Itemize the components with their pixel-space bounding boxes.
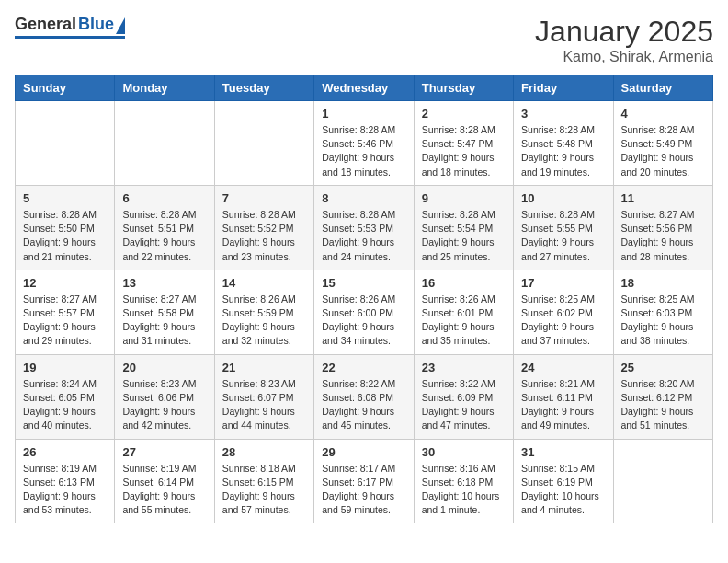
day-info: Sunrise: 8:28 AMSunset: 5:48 PMDaylight:… bbox=[521, 123, 605, 179]
day-number: 11 bbox=[621, 191, 705, 205]
logo-blue-text: Blue bbox=[78, 15, 114, 34]
day-info: Sunrise: 8:28 AMSunset: 5:47 PMDaylight:… bbox=[422, 123, 506, 179]
day-info: Sunrise: 8:22 AMSunset: 6:09 PMDaylight:… bbox=[422, 377, 506, 433]
table-row: 9Sunrise: 8:28 AMSunset: 5:54 PMDaylight… bbox=[414, 185, 513, 270]
day-info: Sunrise: 8:25 AMSunset: 6:03 PMDaylight:… bbox=[621, 293, 705, 349]
day-info: Sunrise: 8:17 AMSunset: 6:17 PMDaylight:… bbox=[322, 462, 405, 518]
day-info: Sunrise: 8:19 AMSunset: 6:13 PMDaylight:… bbox=[23, 462, 107, 518]
calendar-week-row: 1Sunrise: 8:28 AMSunset: 5:46 PMDaylight… bbox=[16, 101, 713, 186]
day-number: 16 bbox=[422, 276, 506, 290]
day-number: 22 bbox=[322, 361, 405, 374]
table-row: 31Sunrise: 8:15 AMSunset: 6:19 PMDayligh… bbox=[514, 439, 613, 523]
logo: General Blue bbox=[15, 15, 125, 39]
table-row: 2Sunrise: 8:28 AMSunset: 5:47 PMDaylight… bbox=[414, 101, 513, 186]
table-row: 8Sunrise: 8:28 AMSunset: 5:53 PMDaylight… bbox=[314, 185, 414, 270]
day-number: 12 bbox=[23, 276, 107, 290]
day-number: 20 bbox=[122, 361, 206, 374]
day-info: Sunrise: 8:15 AMSunset: 6:19 PMDaylight:… bbox=[521, 462, 605, 518]
day-info: Sunrise: 8:22 AMSunset: 6:08 PMDaylight:… bbox=[322, 377, 405, 433]
day-number: 18 bbox=[621, 276, 705, 290]
day-number: 25 bbox=[621, 361, 705, 374]
calendar-week-row: 5Sunrise: 8:28 AMSunset: 5:50 PMDaylight… bbox=[16, 185, 713, 270]
table-row: 19Sunrise: 8:24 AMSunset: 6:05 PMDayligh… bbox=[16, 354, 115, 439]
day-info: Sunrise: 8:27 AMSunset: 5:57 PMDaylight:… bbox=[23, 293, 107, 349]
table-row: 5Sunrise: 8:28 AMSunset: 5:50 PMDaylight… bbox=[16, 185, 115, 270]
table-row bbox=[214, 101, 313, 186]
day-number: 10 bbox=[521, 191, 605, 205]
table-row: 15Sunrise: 8:26 AMSunset: 6:00 PMDayligh… bbox=[314, 270, 414, 354]
table-row bbox=[115, 101, 214, 186]
table-row: 3Sunrise: 8:28 AMSunset: 5:48 PMDaylight… bbox=[514, 101, 613, 186]
day-number: 2 bbox=[422, 107, 506, 121]
day-number: 8 bbox=[322, 191, 405, 205]
day-info: Sunrise: 8:27 AMSunset: 5:56 PMDaylight:… bbox=[621, 208, 705, 264]
weekday-header-row: Sunday Monday Tuesday Wednesday Thursday… bbox=[16, 75, 713, 101]
table-row: 7Sunrise: 8:28 AMSunset: 5:52 PMDaylight… bbox=[214, 185, 313, 270]
day-number: 13 bbox=[122, 276, 206, 290]
day-info: Sunrise: 8:26 AMSunset: 6:00 PMDaylight:… bbox=[322, 293, 405, 349]
table-row: 22Sunrise: 8:22 AMSunset: 6:08 PMDayligh… bbox=[314, 354, 414, 439]
day-number: 9 bbox=[422, 191, 506, 205]
table-row: 20Sunrise: 8:23 AMSunset: 6:06 PMDayligh… bbox=[115, 354, 214, 439]
table-row: 13Sunrise: 8:27 AMSunset: 5:58 PMDayligh… bbox=[115, 270, 214, 354]
day-number: 27 bbox=[122, 445, 206, 459]
day-info: Sunrise: 8:20 AMSunset: 6:12 PMDaylight:… bbox=[621, 377, 705, 433]
table-row: 30Sunrise: 8:16 AMSunset: 6:18 PMDayligh… bbox=[414, 439, 513, 523]
day-info: Sunrise: 8:25 AMSunset: 6:02 PMDaylight:… bbox=[521, 293, 605, 349]
title-section: January 2025 Kamo, Shirak, Armenia bbox=[535, 15, 713, 65]
table-row: 27Sunrise: 8:19 AMSunset: 6:14 PMDayligh… bbox=[115, 439, 214, 523]
day-info: Sunrise: 8:28 AMSunset: 5:49 PMDaylight:… bbox=[621, 123, 705, 179]
day-number: 17 bbox=[521, 276, 605, 290]
day-number: 30 bbox=[422, 445, 506, 459]
day-number: 4 bbox=[621, 107, 705, 121]
calendar-table: Sunday Monday Tuesday Wednesday Thursday… bbox=[15, 75, 713, 523]
logo-general-text: General bbox=[15, 15, 76, 34]
table-row: 4Sunrise: 8:28 AMSunset: 5:49 PMDaylight… bbox=[613, 101, 712, 186]
calendar-title: January 2025 bbox=[535, 15, 713, 49]
table-row: 6Sunrise: 8:28 AMSunset: 5:51 PMDaylight… bbox=[115, 185, 214, 270]
day-info: Sunrise: 8:28 AMSunset: 5:51 PMDaylight:… bbox=[122, 208, 206, 264]
day-info: Sunrise: 8:23 AMSunset: 6:06 PMDaylight:… bbox=[122, 377, 206, 433]
calendar-subtitle: Kamo, Shirak, Armenia bbox=[535, 49, 713, 65]
day-info: Sunrise: 8:24 AMSunset: 6:05 PMDaylight:… bbox=[23, 377, 107, 433]
day-number: 1 bbox=[322, 107, 405, 121]
table-row: 10Sunrise: 8:28 AMSunset: 5:55 PMDayligh… bbox=[514, 185, 613, 270]
header-saturday: Saturday bbox=[613, 75, 712, 101]
calendar-week-row: 26Sunrise: 8:19 AMSunset: 6:13 PMDayligh… bbox=[16, 439, 713, 523]
day-number: 19 bbox=[23, 361, 107, 374]
calendar-week-row: 12Sunrise: 8:27 AMSunset: 5:57 PMDayligh… bbox=[16, 270, 713, 354]
day-info: Sunrise: 8:19 AMSunset: 6:14 PMDaylight:… bbox=[122, 462, 206, 518]
day-info: Sunrise: 8:21 AMSunset: 6:11 PMDaylight:… bbox=[521, 377, 605, 433]
table-row: 21Sunrise: 8:23 AMSunset: 6:07 PMDayligh… bbox=[214, 354, 313, 439]
header-friday: Friday bbox=[514, 75, 613, 101]
header-thursday: Thursday bbox=[414, 75, 513, 101]
header-sunday: Sunday bbox=[16, 75, 115, 101]
day-number: 7 bbox=[222, 191, 306, 205]
day-info: Sunrise: 8:28 AMSunset: 5:46 PMDaylight:… bbox=[322, 123, 405, 179]
header-wednesday: Wednesday bbox=[314, 75, 414, 101]
table-row: 24Sunrise: 8:21 AMSunset: 6:11 PMDayligh… bbox=[514, 354, 613, 439]
table-row: 18Sunrise: 8:25 AMSunset: 6:03 PMDayligh… bbox=[613, 270, 712, 354]
day-info: Sunrise: 8:26 AMSunset: 6:01 PMDaylight:… bbox=[422, 293, 506, 349]
logo-triangle-icon bbox=[116, 17, 125, 34]
day-number: 28 bbox=[222, 445, 306, 459]
day-info: Sunrise: 8:23 AMSunset: 6:07 PMDaylight:… bbox=[222, 377, 306, 433]
day-number: 6 bbox=[122, 191, 206, 205]
table-row: 28Sunrise: 8:18 AMSunset: 6:15 PMDayligh… bbox=[214, 439, 313, 523]
table-row: 23Sunrise: 8:22 AMSunset: 6:09 PMDayligh… bbox=[414, 354, 513, 439]
table-row: 1Sunrise: 8:28 AMSunset: 5:46 PMDaylight… bbox=[314, 101, 414, 186]
page-header: General Blue January 2025 Kamo, Shirak, … bbox=[15, 15, 713, 65]
day-info: Sunrise: 8:28 AMSunset: 5:55 PMDaylight:… bbox=[521, 208, 605, 264]
day-info: Sunrise: 8:26 AMSunset: 5:59 PMDaylight:… bbox=[222, 293, 306, 349]
table-row: 17Sunrise: 8:25 AMSunset: 6:02 PMDayligh… bbox=[514, 270, 613, 354]
day-info: Sunrise: 8:28 AMSunset: 5:52 PMDaylight:… bbox=[222, 208, 306, 264]
table-row bbox=[613, 439, 712, 523]
day-number: 29 bbox=[322, 445, 405, 459]
day-info: Sunrise: 8:28 AMSunset: 5:50 PMDaylight:… bbox=[23, 208, 107, 264]
header-tuesday: Tuesday bbox=[214, 75, 313, 101]
day-number: 5 bbox=[23, 191, 107, 205]
day-number: 15 bbox=[322, 276, 405, 290]
logo-underline bbox=[15, 36, 125, 39]
header-monday: Monday bbox=[115, 75, 214, 101]
day-number: 21 bbox=[222, 361, 306, 374]
